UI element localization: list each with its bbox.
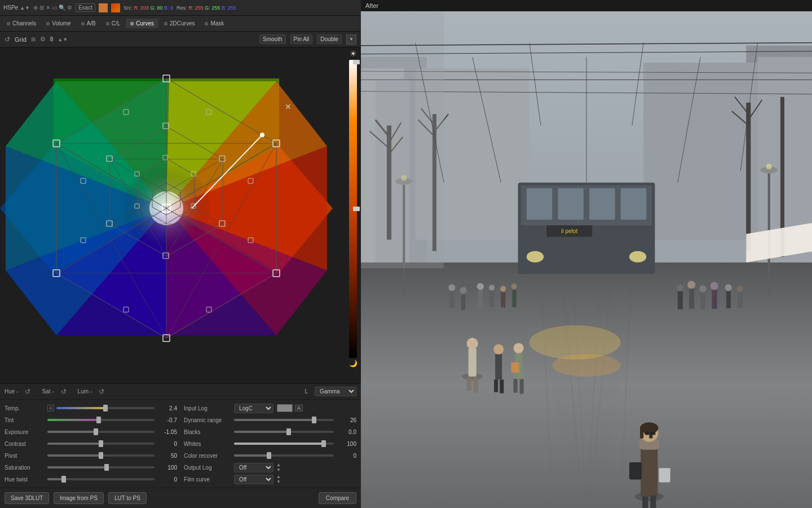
field-row-film-curve: Film curve Off Soft Hard ▲▼ — [184, 474, 356, 484]
grid-icon-squares[interactable]: ⊞ — [31, 36, 36, 42]
tab-label-cl: C/L — [112, 20, 121, 27]
grid-size: 8 — [50, 36, 54, 42]
tint-slider[interactable] — [47, 419, 155, 421]
bottom-controls: Hue - ↺ Sat - ↺ Lum - ↺ L Gamma Linear L… — [0, 383, 361, 508]
grid-cog-icon[interactable]: ⚙ — [40, 36, 46, 43]
tab-dot-ab — [81, 22, 85, 25]
film-curve-label: Film curve — [184, 476, 232, 483]
hsp-color-wheel[interactable]: ✕ — [0, 47, 333, 369]
sat-reset[interactable]: ↺ — [61, 388, 67, 396]
cursor-icon[interactable]: ⊕ — [33, 5, 38, 11]
dynamic-range-value: 26 — [336, 417, 356, 423]
mode-arrows[interactable]: ▲▼ — [20, 5, 30, 11]
saturation-slider[interactable] — [47, 466, 155, 468]
controls-dropdown[interactable]: ▼ — [346, 34, 356, 45]
bg-swatch — [111, 3, 120, 12]
slider-row-tint: Tint -0.7 — [5, 415, 177, 425]
whites-value: 100 — [336, 441, 356, 447]
canvas-area: ✕ ☀ 🌙 — [0, 47, 361, 383]
output-log-select[interactable]: Off LogC Log3G10 — [234, 463, 273, 472]
whites-slider[interactable] — [234, 443, 334, 445]
hue-reset[interactable]: ↺ — [25, 388, 30, 396]
image-from-ps-button[interactable]: Image from PS — [54, 492, 104, 504]
temp-slider[interactable] — [56, 407, 155, 409]
pin-all-button[interactable]: Pin All — [290, 34, 313, 44]
contrast-value: 0 — [157, 441, 177, 447]
zoom-icon[interactable]: 🔍 — [59, 5, 65, 11]
grad-handle-mid[interactable] — [353, 207, 360, 211]
sat-label: Sat - — [42, 388, 54, 395]
contrast-slider[interactable] — [47, 443, 155, 445]
gamma-select[interactable]: Gamma Linear Log — [315, 387, 356, 396]
slider-row-color-recover: Color recover 0 — [184, 450, 356, 461]
refresh-icon[interactable]: ↺ — [5, 36, 10, 43]
hue-label: Hue - — [5, 388, 18, 395]
tab-dot-cl — [106, 22, 109, 25]
sliders-left: Temp. A 2.4 Tint -0.7 — [5, 403, 177, 484]
saturation-value: 100 — [157, 465, 177, 471]
tint-value: -0.7 — [157, 417, 177, 423]
slider-row-hue-twist: Hue twist 0 — [5, 474, 177, 484]
tab-label-volume: Volume — [52, 20, 70, 27]
hue-twist-slider[interactable] — [47, 478, 155, 480]
smooth-button[interactable]: Smooth — [259, 34, 285, 44]
tab-label-curves: Curves — [136, 20, 154, 27]
tab-label-channels: Channels — [12, 20, 36, 27]
lut-to-ps-button[interactable]: LUT to PS — [108, 492, 147, 504]
tab-curves[interactable]: Curves — [126, 19, 158, 28]
grid-tool-icon[interactable]: ⊞ — [39, 5, 44, 11]
moon-icon[interactable]: 🌙 — [347, 358, 359, 369]
tab-mask[interactable]: Mask — [200, 19, 228, 28]
blacks-slider[interactable] — [234, 431, 334, 433]
tint-label: Tint — [5, 417, 45, 423]
hsl-row: Hue - ↺ Sat - ↺ Lum - ↺ L Gamma Linear L… — [0, 384, 361, 400]
compare-button[interactable]: Compare — [319, 492, 356, 504]
right-panel: After — [361, 0, 812, 508]
output-log-arrows[interactable]: ▲▼ — [276, 462, 281, 472]
film-curve-arrows[interactable]: ▲▼ — [276, 474, 281, 484]
tab-dot-curves — [130, 22, 134, 25]
pivot-label: Pivot — [5, 453, 45, 459]
tab-volume[interactable]: Volume — [42, 19, 75, 28]
photo-container: il pelot — [361, 11, 812, 508]
slider-row-saturation: Saturation 100 — [5, 462, 177, 472]
dynamic-range-slider[interactable] — [234, 419, 334, 421]
gradient-bar: ☀ 🌙 — [345, 47, 361, 369]
tab-ab[interactable]: A/B — [77, 19, 100, 28]
lock-icon[interactable]: ✕ — [46, 5, 50, 11]
input-log-label: Input Log — [184, 405, 232, 411]
exposure-slider[interactable] — [47, 431, 155, 433]
settings-icon[interactable]: ⚙ — [67, 5, 72, 11]
slider-row-pivot: Pivot 50 — [5, 450, 177, 461]
exposure-label: Exposure — [5, 429, 45, 435]
slider-row-temp: Temp. A 2.4 — [5, 403, 177, 413]
grid-label: Grid — [15, 36, 27, 43]
lum-reset[interactable]: ↺ — [99, 388, 104, 396]
color-recover-slider[interactable] — [234, 454, 334, 457]
grad-handle-top[interactable] — [353, 60, 360, 64]
film-curve-select[interactable]: Off Soft Hard — [234, 475, 273, 484]
output-log-label: Output Log — [184, 465, 232, 471]
pivot-slider[interactable] — [47, 454, 155, 457]
tab-cl[interactable]: C/L — [102, 19, 125, 28]
input-log-select[interactable]: LogC Log3G10 SLog3 Off — [234, 404, 273, 413]
tab-channels[interactable]: Channels — [2, 19, 41, 28]
tab-dot-mask — [205, 22, 208, 25]
gradient-track[interactable] — [349, 60, 357, 358]
input-log-a-btn[interactable]: A — [295, 405, 303, 411]
top-bar: HSPe ▲▼ ⊕ ⊞ ✕ ▭ 🔍 ⚙ Exact Src: R: 203 G:… — [0, 0, 361, 16]
rect-icon[interactable]: ▭ — [52, 5, 57, 11]
temp-label: Temp. — [5, 405, 45, 411]
double-button[interactable]: Double — [317, 34, 342, 44]
controls-row: ↺ Grid ⊞ ⚙ 8 ▲▼ Smooth Pin All Double ▼ — [0, 32, 361, 47]
temp-ab-btn[interactable]: A — [47, 405, 54, 411]
field-row-input-log: Input Log LogC Log3G10 SLog3 Off A — [184, 403, 356, 413]
save-3dlut-button[interactable]: Save 3DLUT — [5, 492, 49, 504]
tab-2dcurves[interactable]: 2DCurves — [160, 19, 199, 28]
grid-arrows[interactable]: ▲▼ — [58, 37, 68, 42]
close-button: ✕ — [285, 102, 292, 111]
sun-icon[interactable]: ☀ — [348, 47, 359, 60]
lum-label: Lum - — [78, 388, 92, 395]
slider-row-blacks: Blacks 0.0 — [184, 427, 356, 437]
mode-text: HSPe — [3, 5, 18, 11]
